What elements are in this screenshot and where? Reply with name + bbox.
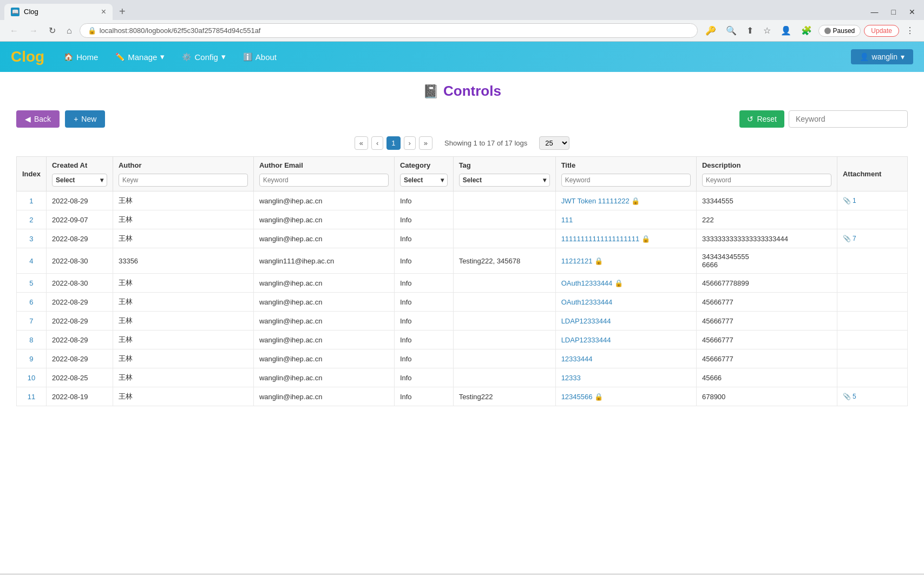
bookmark-icon[interactable]: ☆ [760, 23, 774, 38]
title-link[interactable]: 12345566 [561, 393, 593, 401]
cell-author-email: wanglin@ihep.ac.cn [253, 293, 394, 312]
update-button[interactable]: Update [864, 25, 899, 37]
paused-label: Paused [833, 27, 855, 35]
th-index: Index [17, 157, 47, 191]
title-link[interactable]: 12333444 [561, 355, 593, 363]
share-icon[interactable]: ⬆ [743, 23, 757, 38]
title-link[interactable]: LDAP12333444 [561, 336, 611, 344]
cell-category: Info [394, 274, 453, 293]
cell-author-email: wanglin@ihep.ac.cn [253, 210, 394, 229]
tag-filter-chevron: ▾ [543, 176, 546, 184]
forward-button[interactable]: → [26, 24, 41, 38]
cell-description: 45666777 [696, 293, 837, 312]
nav-config[interactable]: ⚙️ Config ▾ [173, 42, 234, 72]
th-index-label: Index [22, 170, 41, 178]
index-link[interactable]: 9 [29, 355, 33, 363]
index-link[interactable]: 6 [29, 298, 33, 306]
current-page-button[interactable]: 1 [386, 136, 400, 150]
title-filter[interactable] [561, 174, 691, 187]
maximize-button[interactable]: □ [887, 6, 900, 17]
cell-index: 1 [17, 191, 47, 210]
attachment-count: 7 [853, 235, 856, 242]
search-icon[interactable]: 🔍 [723, 23, 740, 38]
table-row: 112022-08-19王林wanglin@ihep.ac.cnInfoTest… [17, 387, 908, 406]
reset-button[interactable]: ↺ Reset [739, 110, 784, 128]
back-button[interactable]: ← [6, 24, 22, 38]
window-controls: — □ ✕ [867, 6, 920, 17]
cell-description: 33344555 [696, 191, 837, 210]
back-label: Back [34, 115, 51, 123]
index-link[interactable]: 7 [29, 317, 33, 325]
refresh-button[interactable]: ↻ [45, 23, 59, 38]
title-link[interactable]: 11111111111111111111 [561, 235, 640, 243]
title-link[interactable]: OAuth12333444 [561, 279, 613, 287]
close-window-button[interactable]: ✕ [905, 6, 920, 17]
created-at-filter[interactable]: Select ▾ [52, 174, 107, 187]
category-filter[interactable]: Select ▾ [400, 174, 448, 187]
title-link[interactable]: JWT Token 11111222 [561, 197, 630, 205]
minimize-button[interactable]: — [867, 6, 883, 17]
nav-manage[interactable]: ✏️ Manage ▾ [107, 42, 173, 72]
index-link[interactable]: 10 [28, 374, 35, 382]
index-link[interactable]: 1 [29, 197, 33, 205]
title-link[interactable]: 11212121 [561, 257, 593, 265]
prev-page-button[interactable]: ‹ [371, 136, 383, 150]
new-button[interactable]: + New [65, 110, 105, 128]
cell-description: 456667778899 [696, 274, 837, 293]
author-email-filter[interactable] [259, 174, 389, 187]
th-author: Author [113, 157, 253, 191]
title-link[interactable]: 12333 [561, 374, 581, 382]
index-link[interactable]: 11 [28, 393, 35, 401]
title-link[interactable]: LDAP12333444 [561, 317, 611, 325]
page-size-select[interactable]: 25 10 50 100 [539, 136, 569, 150]
cell-attachment [837, 331, 907, 349]
index-link[interactable]: 4 [29, 257, 33, 265]
tab-close-button[interactable]: × [101, 7, 106, 17]
title-link[interactable]: OAuth12333444 [561, 298, 613, 306]
author-filter[interactable] [119, 174, 248, 187]
tag-filter[interactable]: Select ▾ [459, 174, 550, 187]
nav-about-label: About [255, 52, 277, 62]
description-filter[interactable] [702, 174, 831, 187]
index-link[interactable]: 2 [29, 216, 33, 224]
index-link[interactable]: 8 [29, 336, 33, 344]
title-link[interactable]: 111 [561, 216, 573, 224]
menu-button[interactable]: ⋮ [902, 23, 918, 38]
next-page-button[interactable]: › [404, 136, 416, 150]
index-link[interactable]: 5 [29, 279, 33, 287]
keyword-input[interactable] [789, 110, 908, 128]
home-button[interactable]: ⌂ [63, 24, 75, 38]
browser-tab[interactable]: 📖 Clog × [4, 4, 113, 20]
back-button[interactable]: ◀ Back [16, 110, 60, 128]
browser-toolbar-icons: 🔑 🔍 ⬆ ☆ 👤 🧩 Paused Update ⋮ [702, 23, 918, 38]
address-bar[interactable]: 🔒 localhost:8080/logbook/62f5c30af257854… [80, 23, 698, 38]
table-row: 42022-08-3033356wanglin111@ihep.ac.cnInf… [17, 248, 908, 274]
config-icon: ⚙️ [182, 52, 191, 61]
cell-tag: Testing222 [453, 387, 555, 406]
profile-icon[interactable]: 👤 [777, 23, 795, 38]
user-dropdown-icon: ▾ [901, 52, 905, 61]
table-row: 12022-08-29王林wanglin@ihep.ac.cnInfoJWT T… [17, 191, 908, 210]
user-menu-button[interactable]: 👤 wanglin ▾ [851, 49, 913, 64]
cell-tag [453, 293, 555, 312]
data-table: Index Created At Select ▾ Author [16, 156, 908, 406]
index-link[interactable]: 3 [29, 235, 33, 243]
extensions-icon[interactable]: 🧩 [798, 23, 815, 38]
key-icon[interactable]: 🔑 [702, 23, 719, 38]
last-page-button[interactable]: » [419, 136, 432, 150]
cell-author-email: wanglin@ihep.ac.cn [253, 312, 394, 331]
cell-index: 3 [17, 229, 47, 248]
nav-home[interactable]: 🏠 Home [55, 42, 107, 72]
new-tab-button[interactable]: + [115, 3, 130, 20]
cell-tag: Testing222, 345678 [453, 248, 555, 274]
browser-toolbar: ← → ↻ ⌂ 🔒 localhost:8080/logbook/62f5c30… [0, 20, 924, 41]
cell-attachment: 📎5 [837, 387, 907, 406]
nav-about[interactable]: ℹ️ About [234, 42, 285, 72]
table-row: 62022-08-29王林wanglin@ihep.ac.cnInfoOAuth… [17, 293, 908, 312]
cell-created-at: 2022-08-29 [46, 331, 113, 349]
first-page-button[interactable]: « [355, 136, 368, 150]
cell-title: 111 [555, 210, 696, 229]
cell-author-email: wanglin@ihep.ac.cn [253, 387, 394, 406]
category-filter-chevron: ▾ [441, 176, 444, 184]
th-description-label: Description [702, 161, 831, 169]
